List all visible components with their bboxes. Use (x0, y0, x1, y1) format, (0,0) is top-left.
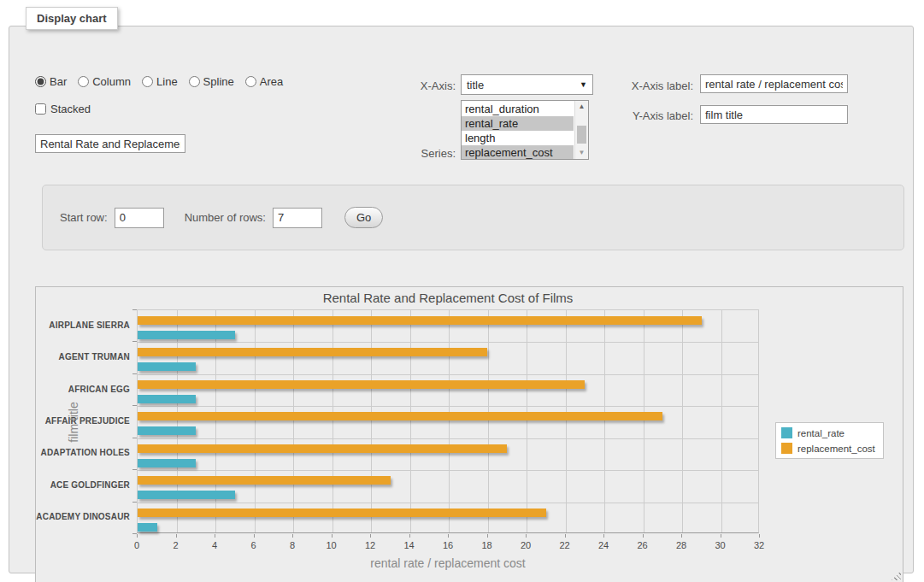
x-axis-label-caption: X-Axis label: (616, 79, 693, 92)
x-tick-label: 28 (676, 540, 686, 550)
gridline (604, 310, 605, 532)
gridline (138, 503, 758, 503)
stacked-checkbox-row[interactable]: Stacked (35, 103, 91, 115)
x-tick-label: 16 (443, 540, 453, 550)
scrollbar-down-icon[interactable]: ▼ (575, 147, 588, 159)
series-scrollbar[interactable]: ▲ ▼ (574, 101, 588, 159)
x-tick-label: 26 (637, 540, 647, 550)
bar-replacement_cost (138, 316, 702, 325)
chart-title-input[interactable] (35, 134, 185, 153)
bar-rental_rate (138, 426, 196, 435)
chart-type-radio-line[interactable]: Line (142, 75, 178, 88)
x-tick-mark (565, 534, 566, 538)
x-tick-label: 0 (134, 540, 139, 550)
chart-type-radio-group: BarColumnLineSplineArea (35, 75, 283, 88)
x-tick-mark (176, 534, 177, 538)
x-tick-label: 12 (365, 540, 375, 550)
y-tick-mark (132, 341, 137, 342)
x-tick-label: 18 (481, 540, 491, 550)
x-tick-mark (137, 534, 138, 538)
gridline (293, 310, 294, 532)
x-tick-mark (292, 534, 293, 538)
chart-type-radio-column[interactable]: Column (78, 75, 131, 88)
gridline (138, 342, 758, 343)
series-option-rental_rate[interactable]: rental_rate (462, 116, 574, 131)
x-axis-label-input[interactable] (700, 74, 848, 93)
y-tick-mark (132, 469, 137, 470)
series-option-length[interactable]: length (462, 131, 574, 145)
x-tick-label: 8 (290, 540, 295, 550)
x-tick-mark (370, 534, 371, 538)
bar-rental_rate (138, 362, 196, 371)
radio-label: Area (260, 75, 283, 88)
gridline (682, 310, 683, 532)
x-tick-label: 4 (212, 540, 217, 550)
start-row-input[interactable] (115, 208, 164, 228)
y-tick-mark (132, 405, 137, 406)
bar-rental_rate (138, 491, 235, 499)
gridline (410, 310, 411, 532)
series-listbox[interactable]: rental_durationrental_ratelengthreplacem… (461, 100, 589, 160)
gridline (527, 310, 527, 532)
x-tick-label: 32 (754, 540, 764, 550)
num-rows-input[interactable] (273, 208, 322, 228)
y-tick-mark (132, 502, 137, 503)
x-tick-mark (681, 534, 682, 538)
chart-type-radio-bar[interactable]: Bar (35, 75, 67, 88)
series-option-rental_duration[interactable]: rental_duration (462, 102, 574, 116)
radio-label: Spline (203, 75, 234, 88)
x-axis-title: rental rate / replacement cost (137, 556, 759, 570)
gridline (138, 406, 758, 407)
scrollbar-up-icon[interactable]: ▲ (575, 101, 588, 113)
chart-type-radio-spline[interactable]: Spline (189, 75, 234, 88)
x-tick-label: 10 (326, 540, 336, 550)
gridline (215, 310, 216, 532)
legend-label: rental_rate (797, 428, 845, 438)
radio-column[interactable] (78, 76, 89, 87)
bar-replacement_cost (138, 412, 662, 420)
dropdown-arrow-icon: ▼ (580, 80, 587, 89)
y-axis-label-input[interactable] (700, 105, 848, 124)
legend-swatch (781, 443, 792, 454)
category-label: AFFAIR PREJUDICE (36, 416, 130, 426)
chart-type-radio-area[interactable]: Area (245, 75, 283, 88)
x-tick-mark (487, 534, 488, 538)
radio-area[interactable] (245, 76, 256, 87)
radio-bar[interactable] (35, 76, 46, 87)
plot-area (137, 309, 759, 533)
radio-spline[interactable] (189, 76, 200, 87)
gridline (138, 374, 758, 375)
x-tick-label: 24 (598, 540, 609, 550)
gridline (488, 310, 489, 532)
stacked-checkbox[interactable] (35, 103, 46, 115)
stacked-label: Stacked (50, 103, 91, 115)
bar-rental_rate (138, 523, 157, 532)
category-label: AFRICAN EGG (36, 385, 130, 394)
y-axis-label-caption: Y-Axis label: (616, 109, 693, 122)
gridline (566, 310, 567, 532)
gridline (449, 310, 450, 532)
gridline (177, 310, 178, 532)
x-tick-mark (759, 534, 760, 538)
x-tick-label: 22 (559, 540, 569, 550)
bar-rental_rate (138, 395, 196, 403)
chart-title: Rental Rate and Replacement Cost of Film… (137, 291, 759, 305)
gridline (371, 310, 372, 532)
gridline (333, 310, 333, 532)
x-axis-caption: X-Axis: (392, 79, 456, 92)
radio-line[interactable] (142, 76, 153, 87)
bar-replacement_cost (138, 476, 391, 485)
go-button[interactable]: Go (344, 207, 383, 228)
resize-handle-icon[interactable] (892, 571, 901, 580)
gridline (721, 310, 722, 532)
scrollbar-thumb[interactable] (577, 126, 586, 144)
y-axis-title: film title (67, 371, 80, 473)
bar-replacement_cost (138, 348, 487, 356)
chart-legend: rental_ratereplacement_cost (775, 422, 884, 459)
bar-rental_rate (138, 459, 196, 467)
gridline (138, 438, 758, 439)
series-options: rental_durationrental_ratelengthreplacem… (462, 102, 574, 160)
x-axis-select[interactable]: title ▼ (461, 74, 593, 95)
series-option-replacement_cost[interactable]: replacement_cost (462, 145, 574, 160)
display-chart-tab[interactable]: Display chart (26, 7, 118, 30)
